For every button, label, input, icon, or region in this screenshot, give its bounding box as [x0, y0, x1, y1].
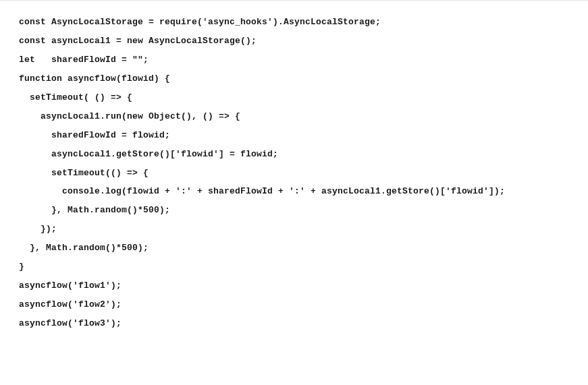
- code-line: let sharedFlowId = "";: [19, 51, 569, 69]
- code-block: const AsyncLocalStorage = require('async…: [19, 13, 569, 333]
- code-line: asyncLocal1.getStore()['flowid'] = flowi…: [19, 145, 569, 164]
- code-line: }: [19, 258, 569, 276]
- code-line: asyncflow('flow2');: [19, 295, 569, 314]
- code-line: console.log(flowid + ':' + sharedFlowId …: [19, 182, 569, 201]
- code-line: const asyncLocal1 = new AsyncLocalStorag…: [19, 32, 569, 51]
- code-line: asyncLocal1.run(new Object(), () => {: [19, 107, 569, 126]
- code-line: function asyncflow(flowid) {: [19, 69, 569, 88]
- code-line: const AsyncLocalStorage = require('async…: [19, 13, 569, 32]
- code-line: sharedFlowId = flowid;: [19, 126, 569, 145]
- code-line: asyncflow('flow3');: [19, 314, 569, 333]
- code-line: setTimeout(() => {: [19, 164, 569, 183]
- code-line: }, Math.random()*500);: [19, 239, 569, 258]
- code-line: setTimeout( () => {: [19, 88, 569, 107]
- code-line: asyncflow('flow1');: [19, 276, 569, 295]
- code-line: });: [19, 220, 569, 239]
- code-line: }, Math.random()*500);: [19, 201, 569, 220]
